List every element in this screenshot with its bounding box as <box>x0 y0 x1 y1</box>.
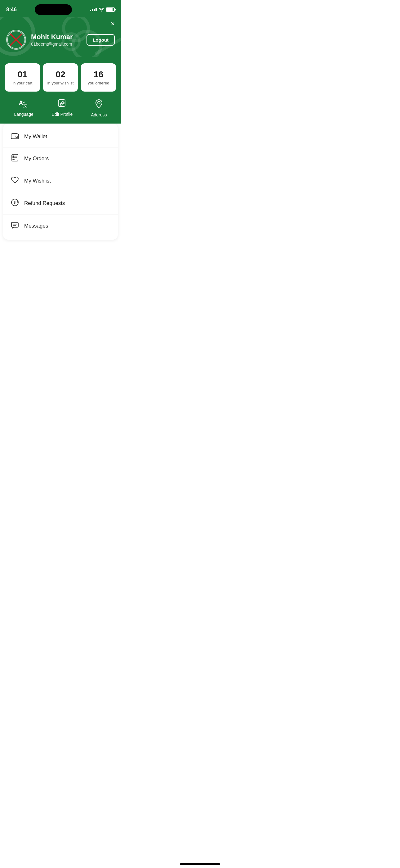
header-section: × Mohit Kumar 01bdemt@gmail.com Logout <box>0 18 121 57</box>
messages-icon <box>10 221 19 231</box>
svg-rect-9 <box>16 136 18 137</box>
language-label: Language <box>14 112 33 117</box>
stat-number-wishlist: 02 <box>46 69 75 80</box>
profile-email: 01bdemt@gmail.com <box>31 41 72 46</box>
edit-profile-label: Edit Profile <box>52 112 73 117</box>
menu-item-refund[interactable]: $ Refund Requests <box>3 192 118 215</box>
status-bar: 8:46 <box>0 0 121 18</box>
actions-row: A 文 Language Edit Profile <box>5 99 116 117</box>
profile-row: Mohit Kumar 01bdemt@gmail.com Logout <box>6 30 115 50</box>
stat-card-wishlist[interactable]: 02 in your wishlist <box>43 63 78 92</box>
action-language[interactable]: A 文 Language <box>14 99 33 117</box>
action-edit-profile[interactable]: Edit Profile <box>52 99 73 117</box>
wallet-text: My Wallet <box>24 133 47 140</box>
profile-left: Mohit Kumar 01bdemt@gmail.com <box>6 30 72 50</box>
svg-line-6 <box>63 101 64 103</box>
battery-icon <box>106 7 115 12</box>
logout-button[interactable]: Logout <box>87 34 115 45</box>
messages-text: Messages <box>24 223 48 229</box>
wifi-icon <box>99 7 104 12</box>
stat-label-wishlist: in your wishlist <box>46 81 75 85</box>
refund-text: Refund Requests <box>24 200 65 207</box>
menu-item-wallet[interactable]: My Wallet <box>3 126 118 148</box>
close-button[interactable]: × <box>111 20 115 28</box>
wallet-icon <box>10 132 19 141</box>
edit-profile-icon <box>58 99 66 110</box>
stat-card-cart[interactable]: 01 in your cart <box>5 63 40 92</box>
profile-info: Mohit Kumar 01bdemt@gmail.com <box>31 33 72 46</box>
stat-number-cart: 01 <box>8 69 37 80</box>
svg-point-7 <box>98 101 100 104</box>
profile-name: Mohit Kumar <box>31 33 72 41</box>
stats-section: 01 in your cart 02 in your wishlist 16 y… <box>0 57 121 92</box>
bottom-area <box>0 240 121 302</box>
actions-section: A 文 Language Edit Profile <box>0 92 121 124</box>
stat-label-cart: in your cart <box>8 81 37 85</box>
stat-number-orders: 16 <box>84 69 113 80</box>
svg-rect-20 <box>11 222 18 227</box>
action-address[interactable]: Address <box>91 99 107 117</box>
wishlist-icon <box>10 176 19 186</box>
language-icon: A 文 <box>19 99 29 110</box>
stats-cards: 01 in your cart 02 in your wishlist 16 y… <box>5 63 116 92</box>
avatar <box>6 30 26 50</box>
address-label: Address <box>91 113 107 117</box>
status-icons <box>90 7 115 12</box>
stat-card-orders[interactable]: 16 you ordered <box>81 63 116 92</box>
svg-text:文: 文 <box>23 103 28 108</box>
menu-section: My Wallet My Orders My Wishlist <box>3 124 118 240</box>
menu-item-orders[interactable]: My Orders <box>3 148 118 170</box>
svg-text:A: A <box>19 100 23 106</box>
refund-icon: $ <box>10 198 19 208</box>
status-time: 8:46 <box>6 6 17 13</box>
signal-icon <box>90 8 97 11</box>
dynamic-island <box>35 4 72 15</box>
orders-icon <box>10 154 19 164</box>
address-icon <box>95 99 103 111</box>
svg-text:$: $ <box>14 200 15 204</box>
orders-text: My Orders <box>24 156 49 162</box>
menu-item-wishlist[interactable]: My Wishlist <box>3 170 118 192</box>
wishlist-text: My Wishlist <box>24 178 51 184</box>
menu-item-messages[interactable]: Messages <box>3 215 118 237</box>
stat-label-orders: you ordered <box>84 81 113 85</box>
